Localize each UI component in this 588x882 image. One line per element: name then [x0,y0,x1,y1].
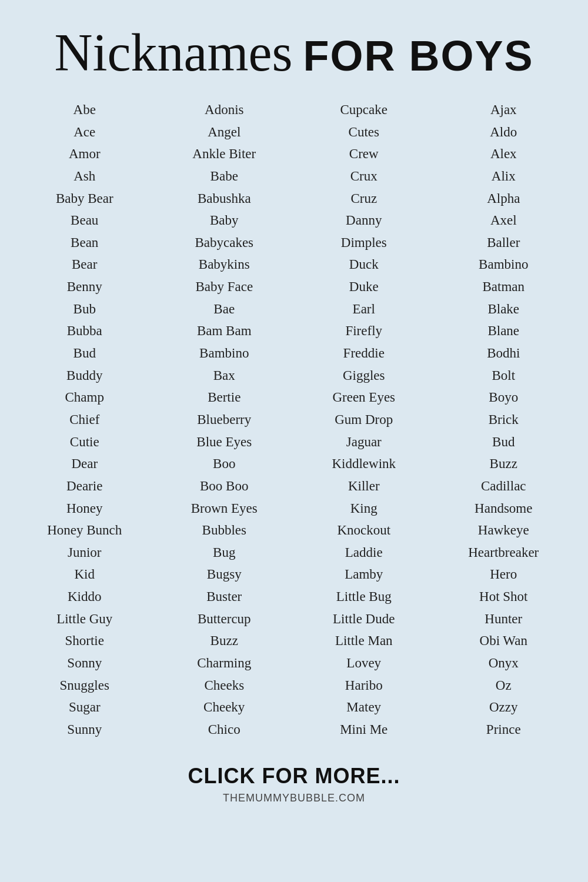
list-item: Oz [496,675,512,696]
list-item: Sunny [67,719,102,740]
list-item: Onyx [489,653,519,674]
page-title: Nicknames FOR BOYS [24,24,564,82]
list-item: Kiddlewink [332,453,396,475]
column-3: CupcakeCutesCrewCruxCruzDannyDimplesDuck… [294,99,434,740]
list-item: Green Eyes [332,387,395,408]
list-item: Babe [211,166,238,187]
list-item: Bud [74,343,96,364]
list-item: Honey [66,498,102,519]
list-item: Boo Boo [200,476,248,497]
list-item: Adonis [205,99,243,121]
list-item: Bear [72,254,97,275]
list-item: Giggles [343,365,385,386]
column-4: AjaxAldoAlexAlixAlphaAxelBallerBambinoBa… [434,99,574,740]
list-item: Mini Me [340,719,387,740]
list-item: Hero [490,564,517,585]
list-item: Bean [71,232,98,253]
list-item: Bambino [479,254,528,275]
list-item: Baby Face [195,276,253,298]
list-item: Lamby [345,564,383,585]
list-item: Blue Eyes [196,432,252,453]
list-item: Dimples [341,232,387,253]
list-item: Shortie [65,630,104,652]
list-item: Sonny [67,653,102,674]
list-item: Bub [74,299,96,320]
list-item: Ankle Biter [192,143,256,165]
list-item: Lovey [346,653,381,674]
list-item: Jaguar [346,432,382,453]
list-item: Chico [208,719,240,740]
list-item: Cutes [349,122,379,143]
list-item: Champ [65,387,104,408]
list-item: Hunter [485,609,522,630]
list-item: Laddie [345,542,383,563]
list-item: Crew [349,143,379,165]
list-item: Baller [487,232,520,253]
list-item: Amor [69,143,101,165]
list-item: Buddy [66,365,102,386]
page-header: Nicknames FOR BOYS [0,0,588,93]
list-item: Batman [482,276,524,298]
list-item: Babykins [199,254,250,275]
list-item: Baby [210,210,239,231]
list-item: Cruz [350,188,377,209]
list-item: Boo [213,453,235,475]
list-item: Killer [348,476,380,497]
list-item: Prince [486,719,521,740]
list-item: Cheeky [203,697,245,718]
list-item: Bambino [199,343,249,364]
list-item: Abe [74,99,96,121]
list-item: Buzz [211,630,238,652]
list-item: Blake [487,299,519,320]
list-item: Bertie [208,387,240,408]
list-item: Crux [350,166,377,187]
list-item: Alix [492,166,516,187]
title-bold: FOR BOYS [303,33,533,79]
list-item: Benny [67,276,102,298]
list-item: Little Dude [333,609,395,630]
list-item: Bubbles [202,520,246,541]
cta-text[interactable]: CLICK FOR MORE... [188,764,400,789]
column-1: AbeAceAmorAshBaby BearBeauBeanBearBennyB… [15,99,155,740]
list-item: Chief [69,409,99,430]
list-item: Angel [208,122,240,143]
list-item: Bug [213,542,235,563]
list-item: Ozzy [489,697,518,718]
list-item: Blueberry [197,409,251,430]
list-item: Alex [490,143,517,165]
list-item: Charming [197,653,251,674]
list-item: Ash [74,166,95,187]
list-item: King [350,498,377,519]
list-item: Bubba [67,320,102,342]
title-cursive: Nicknames [55,24,293,82]
list-item: Danny [346,210,382,231]
list-item: Duck [349,254,379,275]
list-item: Dear [71,453,98,475]
list-item: Little Man [335,630,393,652]
list-item: Babushka [198,188,251,209]
list-item: Snuggles [60,675,109,696]
list-item: Sugar [69,697,101,718]
list-item: Alpha [487,188,520,209]
list-item: Heartbreaker [468,542,539,563]
list-item: Kiddo [68,586,102,607]
list-item: Hawkeye [478,520,529,541]
list-item: Buster [206,586,242,607]
list-item: Babycakes [195,232,253,253]
list-item: Junior [68,542,102,563]
list-item: Cheeks [204,675,244,696]
page-footer: CLICK FOR MORE... THEMUMMYBUBBLE.COM [0,746,588,816]
list-item: Firefly [345,320,382,342]
list-item: Bolt [492,365,515,386]
list-item: Brown Eyes [191,498,258,519]
list-item: Buzz [490,453,517,475]
list-item: Cutie [70,432,99,453]
list-item: Little Guy [56,609,112,630]
list-item: Ajax [490,99,517,121]
list-item: Baby Bear [56,188,113,209]
list-item: Cadillac [481,476,526,497]
list-item: Obi Wan [480,630,527,652]
list-item: Bugsy [207,564,242,585]
list-item: Brick [489,409,519,430]
list-item: Blane [487,320,519,342]
